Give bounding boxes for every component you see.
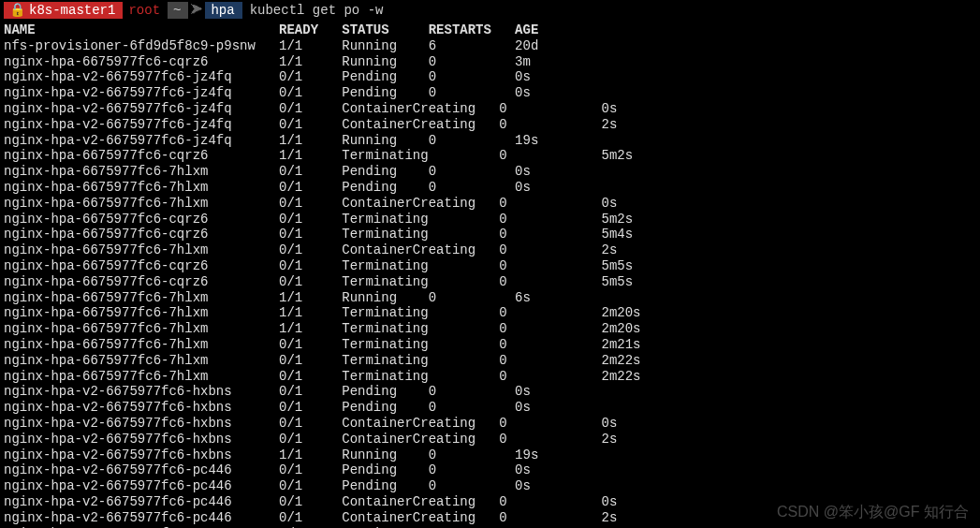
- table-row: nginx-hpa-v2-6675977fc6-pc446 0/1 Pendin…: [4, 478, 976, 494]
- table-row: nginx-hpa-6675977fc6-7hlxm 1/1 Running 0…: [4, 290, 976, 306]
- table-row: nginx-hpa-6675977fc6-7hlxm 0/1 Terminati…: [4, 337, 976, 353]
- table-row: nginx-hpa-v2-6675977fc6-jz4fq 0/1 Contai…: [4, 101, 976, 117]
- table-row: nginx-hpa-v2-6675977fc6-jz4fq 0/1 Pendin…: [4, 69, 976, 85]
- table-row: nginx-hpa-v2-6675977fc6-jz4fq 0/1 Pendin…: [4, 85, 976, 101]
- pod-table: NAME READY STATUS RESTARTS AGEnfs-provis…: [0, 21, 980, 528]
- table-row: nginx-hpa-6675977fc6-7hlxm 0/1 Terminati…: [4, 353, 976, 369]
- table-row: nginx-hpa-v2-6675977fc6-hxbns 0/1 Contai…: [4, 416, 976, 432]
- prompt-tilde-segment: ~: [168, 2, 188, 19]
- prompt-line[interactable]: 🔒 k8s-master1 root ~ ⮞ hpa kubectl get p…: [0, 0, 980, 21]
- prompt-user: root: [128, 3, 160, 19]
- table-row: nginx-hpa-6675977fc6-cqrz6 0/1 Terminati…: [4, 258, 976, 274]
- table-row: nginx-hpa-6675977fc6-7hlxm 1/1 Terminati…: [4, 305, 976, 321]
- table-row: nginx-hpa-v2-6675977fc6-jz4fq 0/1 Contai…: [4, 117, 976, 133]
- prompt-host: k8s-master1: [29, 3, 115, 19]
- lock-icon: 🔒: [9, 3, 25, 19]
- prompt-dir: hpa: [211, 3, 234, 19]
- watermark: CSDN @笨小孩@GF 知行合: [777, 503, 969, 521]
- table-row: nginx-hpa-v2-6675977fc6-hxbns 0/1 Pendin…: [4, 400, 976, 416]
- table-header: NAME READY STATUS RESTARTS AGE: [4, 22, 976, 38]
- prompt-dir-segment: hpa: [205, 2, 241, 19]
- table-row: nginx-hpa-v2-6675977fc6-jz4fq 1/1 Runnin…: [4, 133, 976, 149]
- command-text: kubectl get po -w: [242, 3, 384, 19]
- table-row: nginx-hpa-6675977fc6-cqrz6 0/1 Terminati…: [4, 212, 976, 227]
- table-row: nginx-hpa-6675977fc6-7hlxm 0/1 Pending 0…: [4, 164, 976, 180]
- table-row: nginx-hpa-6675977fc6-7hlxm 0/1 Pending 0…: [4, 180, 976, 196]
- table-row: nfs-provisioner-6fd9d5f8c9-p9snw 1/1 Run…: [4, 38, 976, 54]
- table-row: nginx-hpa-v2-6675977fc6-hxbns 0/1 Pendin…: [4, 384, 976, 400]
- prompt-user-segment: root: [123, 2, 168, 19]
- table-row: nginx-hpa-6675977fc6-7hlxm 0/1 Container…: [4, 242, 976, 258]
- table-row: nginx-hpa-6675977fc6-7hlxm 0/1 Container…: [4, 196, 976, 212]
- table-row: nginx-hpa-6675977fc6-cqrz6 1/1 Terminati…: [4, 148, 976, 164]
- table-row: nginx-hpa-6675977fc6-7hlxm 0/1 Terminati…: [4, 369, 976, 385]
- chevron-right-icon: ⮞: [188, 3, 205, 19]
- table-row: nginx-hpa-6675977fc6-cqrz6 0/1 Terminati…: [4, 227, 976, 242]
- prompt-host-segment: 🔒 k8s-master1: [4, 2, 123, 19]
- table-row: nginx-hpa-6675977fc6-7hlxm 1/1 Terminati…: [4, 321, 976, 337]
- table-row: nginx-hpa-6675977fc6-cqrz6 0/1 Terminati…: [4, 274, 976, 290]
- table-row: nginx-hpa-6675977fc6-cqrz6 1/1 Running 0…: [4, 54, 976, 70]
- prompt-tilde: ~: [173, 3, 181, 19]
- table-row: nginx-hpa-v2-6675977fc6-hxbns 0/1 Contai…: [4, 432, 976, 447]
- table-row: nginx-hpa-v2-6675977fc6-pc446 0/1 Pendin…: [4, 462, 976, 478]
- table-row: nginx-hpa-v2-6675977fc6-hxbns 1/1 Runnin…: [4, 447, 976, 463]
